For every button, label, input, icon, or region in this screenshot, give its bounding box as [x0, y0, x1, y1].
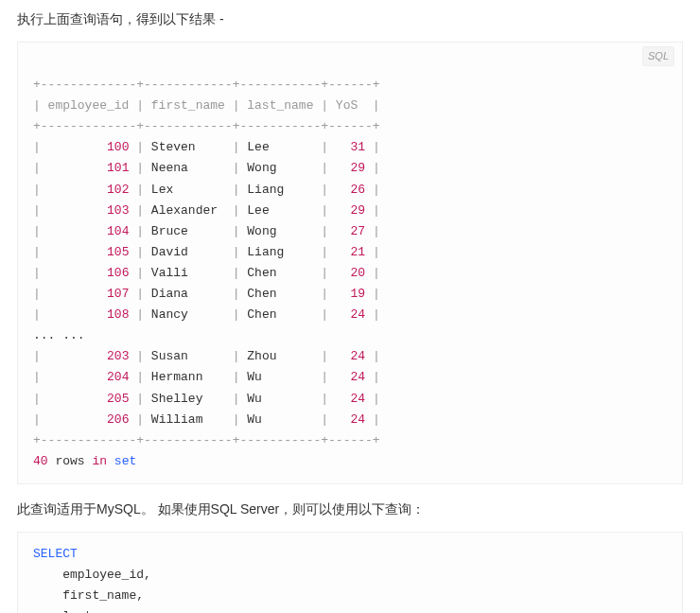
intro-text: 执行上面查询语句，得到以下结果 - — [17, 11, 683, 28]
sql-code-block: SELECT employee_id, first_name, last_nam… — [17, 532, 683, 613]
table-output: +-------------+------------+-----------+… — [33, 78, 380, 468]
sql-output: SELECT employee_id, first_name, last_nam… — [33, 547, 380, 613]
middle-text: 此查询适用于MySQL。 如果使用SQL Server，则可以使用以下查询： — [17, 501, 683, 518]
language-badge: SQL — [642, 46, 674, 66]
result-code-block: SQL+-------------+------------+---------… — [17, 42, 683, 484]
